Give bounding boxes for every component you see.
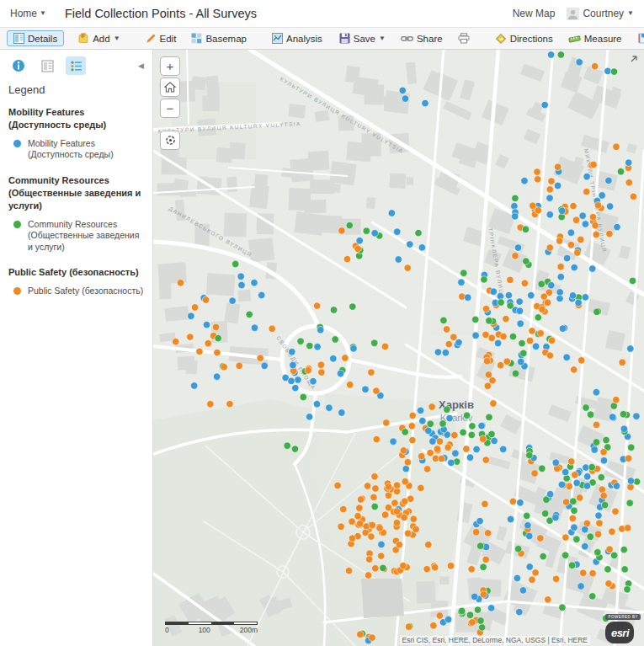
map-point[interactable] xyxy=(580,569,587,576)
map-point[interactable] xyxy=(438,455,444,462)
home-menu[interactable]: Home ▼ xyxy=(10,8,46,19)
map-point[interactable] xyxy=(212,323,219,330)
map-point[interactable] xyxy=(629,277,636,284)
map-point[interactable] xyxy=(317,327,324,334)
map-point[interactable] xyxy=(469,619,476,626)
map-point[interactable] xyxy=(342,355,349,361)
map-point[interactable] xyxy=(593,389,599,396)
map-point[interactable] xyxy=(556,238,563,244)
map-point[interactable] xyxy=(538,280,545,287)
map-point[interactable] xyxy=(483,358,490,365)
map-point[interactable] xyxy=(627,478,634,484)
map-point[interactable] xyxy=(429,438,436,445)
map-point[interactable] xyxy=(482,456,489,463)
map-point[interactable] xyxy=(528,292,535,299)
map-point[interactable] xyxy=(594,531,601,537)
map-point[interactable] xyxy=(562,534,569,541)
map-point[interactable] xyxy=(314,344,321,350)
map-point[interactable] xyxy=(203,321,210,328)
map-point[interactable] xyxy=(177,280,184,286)
map-point[interactable] xyxy=(288,377,295,384)
map-point[interactable] xyxy=(289,349,295,355)
map-point[interactable] xyxy=(582,526,588,533)
find-my-location-button[interactable] xyxy=(160,131,180,150)
map-point[interactable] xyxy=(592,222,599,229)
map-point[interactable] xyxy=(423,566,430,573)
map-point[interactable] xyxy=(371,503,378,510)
user-menu[interactable]: Courtney ▼ xyxy=(567,8,634,20)
map-point[interactable] xyxy=(598,474,604,481)
map-point[interactable] xyxy=(613,483,620,489)
map-point[interactable] xyxy=(173,338,179,344)
map-point[interactable] xyxy=(488,430,495,437)
map-point[interactable] xyxy=(466,454,473,461)
map-point[interactable] xyxy=(567,229,574,236)
map-point[interactable] xyxy=(552,459,559,466)
map-point[interactable] xyxy=(410,515,417,522)
map-point[interactable] xyxy=(395,256,402,263)
map-point[interactable] xyxy=(539,465,546,472)
map-point[interactable] xyxy=(251,324,258,331)
map-point[interactable] xyxy=(578,357,585,364)
map-point[interactable] xyxy=(400,447,407,454)
map-point[interactable] xyxy=(540,553,546,559)
map-point[interactable] xyxy=(626,499,633,506)
map-point[interactable] xyxy=(613,397,620,403)
map-point[interactable] xyxy=(609,528,615,535)
map-point[interactable] xyxy=(418,484,424,491)
map-point[interactable] xyxy=(269,325,275,332)
map-point[interactable] xyxy=(507,276,514,283)
map-point[interactable] xyxy=(347,382,354,388)
map-point[interactable] xyxy=(531,470,538,477)
map-point[interactable] xyxy=(605,177,612,184)
map-point[interactable] xyxy=(529,328,535,334)
map-point[interactable] xyxy=(584,473,591,480)
map-point[interactable] xyxy=(349,518,355,525)
map-point[interactable] xyxy=(310,378,317,385)
map-point[interactable] xyxy=(599,192,605,199)
map-point[interactable] xyxy=(202,296,209,303)
measure-button[interactable]: Measure xyxy=(562,31,629,46)
map-point[interactable] xyxy=(343,255,350,262)
map-point[interactable] xyxy=(577,583,584,590)
map-point[interactable] xyxy=(534,168,540,175)
map-point[interactable] xyxy=(350,345,357,352)
map-point[interactable] xyxy=(577,236,584,243)
map-point[interactable] xyxy=(589,593,596,600)
map-point[interactable] xyxy=(337,370,343,376)
map-point[interactable] xyxy=(532,343,539,350)
map-point[interactable] xyxy=(422,99,428,106)
map-point[interactable] xyxy=(477,617,484,624)
map-point[interactable] xyxy=(624,586,631,593)
content-tab[interactable] xyxy=(37,56,57,75)
basemap-button[interactable]: Basemap xyxy=(184,30,253,46)
map-point[interactable] xyxy=(417,407,423,414)
map-canvas[interactable]: КУЛЬТУРИ ВУЛИЦЯ KULTURY VULYTSIAКУЛЬТУРИ… xyxy=(153,50,644,646)
map-point[interactable] xyxy=(399,87,406,93)
map-point[interactable] xyxy=(383,419,390,426)
map-point[interactable] xyxy=(529,576,535,583)
map-point[interactable] xyxy=(512,195,519,201)
map-point[interactable] xyxy=(258,291,265,298)
map-point[interactable] xyxy=(354,513,361,520)
map-point[interactable] xyxy=(330,307,337,313)
map-point[interactable] xyxy=(425,427,432,434)
map-point[interactable] xyxy=(498,299,504,306)
map-point[interactable] xyxy=(582,294,588,301)
map-point[interactable] xyxy=(436,438,443,445)
map-point[interactable] xyxy=(614,223,620,230)
map-point[interactable] xyxy=(526,451,533,458)
map-point[interactable] xyxy=(625,179,632,186)
map-point[interactable] xyxy=(317,361,324,368)
map-point[interactable] xyxy=(378,553,385,559)
map-point[interactable] xyxy=(582,543,588,550)
map-point[interactable] xyxy=(215,334,221,341)
map-point[interactable] xyxy=(619,359,625,366)
map-point[interactable] xyxy=(557,264,564,270)
details-button[interactable]: Details xyxy=(7,30,64,46)
map-point[interactable] xyxy=(481,276,487,283)
map-point[interactable] xyxy=(514,574,520,581)
map-point[interactable] xyxy=(630,193,636,200)
map-point[interactable] xyxy=(521,280,528,286)
map-point[interactable] xyxy=(548,337,555,344)
